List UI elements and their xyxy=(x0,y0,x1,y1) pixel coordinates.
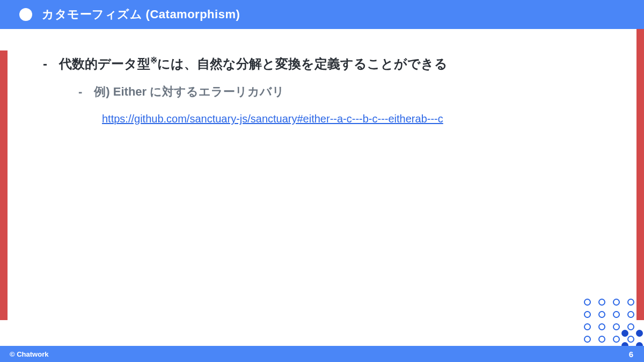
main-bullet-text: 代数的データ型※には、自然な分解と変換を定義することができる xyxy=(59,54,448,74)
sub-bullet-dash: - xyxy=(78,85,82,99)
superscript-note: ※ xyxy=(150,56,157,65)
sub-bullet-text: 例) Either に対するエラーリカバリ xyxy=(94,84,284,100)
reference-link[interactable]: https://github.com/sanctuary-js/sanctuar… xyxy=(102,113,443,125)
slide: カタモーフィズム (Catamorphism) - 代数的データ型※には、自然な… xyxy=(0,0,644,362)
copyright-text: © Chatwork xyxy=(10,350,48,358)
sub-bullet: - 例) Either に対するエラーリカバリ xyxy=(78,84,623,100)
page-number: 6 xyxy=(629,350,633,359)
main-bullet-pre: 代数的データ型 xyxy=(59,56,150,71)
link-row: https://github.com/sanctuary-js/sanctuar… xyxy=(102,113,623,125)
slide-title: カタモーフィズム (Catamorphism) xyxy=(42,6,240,23)
chat-bubble-icon xyxy=(19,8,32,21)
slide-header: カタモーフィズム (Catamorphism) xyxy=(0,0,644,29)
slide-footer: © Chatwork 6 xyxy=(0,346,644,362)
slide-content: - 代数的データ型※には、自然な分解と変換を定義することができる - 例) Ei… xyxy=(43,54,623,125)
main-bullet-post: には、自然な分解と変換を定義することができる xyxy=(157,56,448,71)
accent-bar-left xyxy=(0,50,8,320)
accent-bar-right xyxy=(636,29,644,320)
bullet-dash: - xyxy=(43,54,47,74)
main-bullet: - 代数的データ型※には、自然な分解と変換を定義することができる xyxy=(43,54,623,74)
